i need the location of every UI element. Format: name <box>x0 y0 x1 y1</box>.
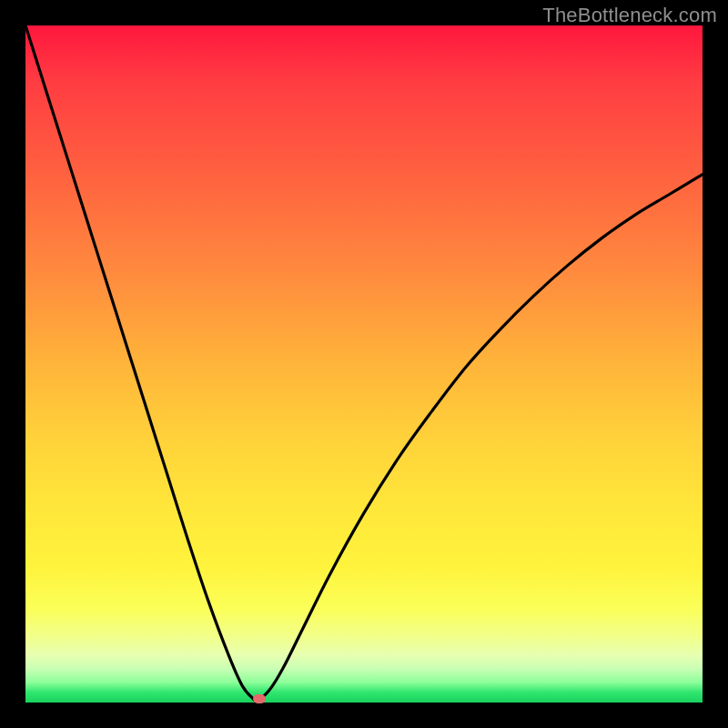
minimum-marker <box>253 694 266 703</box>
plot-area <box>25 25 703 703</box>
curve-svg <box>25 25 703 703</box>
watermark-text: TheBottleneck.com <box>542 4 717 27</box>
chart-frame: TheBottleneck.com <box>0 0 728 728</box>
bottleneck-curve <box>25 25 703 701</box>
